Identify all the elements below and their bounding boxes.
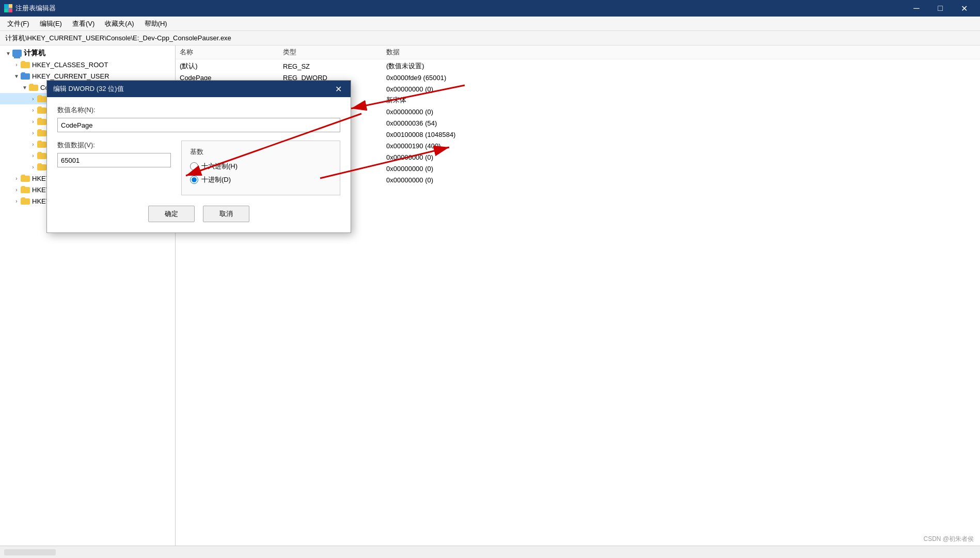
tree-root-label: 计算机 [24, 49, 45, 58]
tree-arrow-network: › [29, 119, 37, 125]
tree-root[interactable]: ▼ 计算机 [0, 48, 175, 59]
data-cell-value: 0x00000000 (0) [386, 176, 976, 184]
svg-rect-0 [4, 4, 8, 8]
address-path: 计算机\HKEY_CURRENT_USER\Console\E:_Dev-Cpp… [5, 34, 231, 43]
data-cell-value: 0x00000190 (400) [386, 142, 976, 150]
tree-arrow-keyboard: › [29, 107, 37, 113]
menu-favorites[interactable]: 收藏夹(A) [100, 17, 139, 30]
radio-hex-row: 十六进制(H) [190, 162, 331, 171]
folder-icon-devcpp [37, 95, 46, 102]
dialog-data-label: 数值数据(V): [57, 141, 171, 150]
radio-hex-label[interactable]: 十六进制(H) [201, 162, 238, 171]
folder-icon-hkcu [21, 72, 30, 80]
dialog-ok-button[interactable]: 确定 [148, 206, 195, 222]
tree-arrow-hkcu: ▼ [12, 73, 21, 79]
tree-arrow-volatile: › [29, 164, 37, 170]
tree-item-hkcr[interactable]: › HKEY_CLASSES_ROOT [0, 59, 175, 70]
tree-arrow-system: › [29, 153, 37, 159]
col-header-data: 数据 [386, 48, 976, 57]
right-panel-header: 名称 类型 数据 [176, 45, 980, 59]
data-cell-name: (默认) [180, 61, 283, 71]
status-bar: CSDN @初朱者侯 [0, 546, 980, 558]
folder-icon-hkcr [21, 61, 30, 68]
tree-arrow-printers: › [29, 130, 37, 136]
dialog-buttons: 确定 取消 [57, 206, 340, 224]
tree-arrow-hku: › [12, 187, 21, 193]
svg-rect-1 [9, 4, 12, 8]
dialog-base-label: 基数 [190, 147, 331, 157]
computer-icon [12, 50, 22, 57]
dialog-body: 数值名称(N): 数值数据(V): 基数 十六进制(H) 十进制(D) [47, 97, 351, 233]
folder-icon-printers [37, 129, 46, 136]
title-bar-left: 注册表编辑器 [4, 4, 56, 13]
menu-help[interactable]: 帮助(H) [139, 17, 172, 30]
data-cell-value: 0x00000000 (0) [386, 165, 976, 173]
table-row[interactable]: (默认) REG_SZ (数值未设置) [176, 60, 980, 72]
dialog-name-label: 数值名称(N): [57, 105, 340, 115]
menu-edit[interactable]: 编辑(E) [35, 17, 67, 30]
radio-dec-label[interactable]: 十进制(D) [201, 175, 231, 184]
data-cell-value: 0x0000fde9 (65001) [386, 74, 976, 82]
menu-bar: 文件(F) 编辑(E) 查看(V) 收藏夹(A) 帮助(H) [0, 17, 980, 31]
data-cell-value: (数值未设置) [386, 61, 976, 71]
tree-arrow-hkcc: › [12, 198, 21, 204]
minimize-button[interactable]: ─ [905, 0, 928, 17]
data-cell-value: 0x00000000 (0) [386, 153, 976, 161]
status-scrollbar[interactable] [4, 549, 56, 555]
folder-icon-network [37, 118, 46, 125]
menu-file[interactable]: 文件(F) [2, 17, 35, 30]
tree-arrow-console: ▼ [21, 85, 29, 90]
title-text: 注册表编辑器 [15, 4, 56, 13]
folder-icon-console [29, 84, 38, 91]
app-icon [4, 4, 12, 12]
folder-icon-keyboard [37, 106, 46, 114]
tree-root-arrow: ▼ [4, 51, 12, 56]
svg-rect-3 [9, 9, 12, 12]
title-bar: 注册表编辑器 ─ □ ✕ [0, 0, 980, 17]
dialog-row: 数值数据(V): 基数 十六进制(H) 十进制(D) [57, 141, 340, 195]
dialog: 编辑 DWORD (32 位)值 ✕ 数值名称(N): 数值数据(V): 基数 … [46, 80, 351, 233]
dialog-close-button[interactable]: ✕ [332, 83, 344, 95]
folder-icon-hklm [21, 175, 30, 182]
folder-icon-hkcc [21, 197, 30, 205]
tree-arrow-hklm: › [12, 176, 21, 181]
watermark: CSDN @初朱者侯 [923, 535, 974, 544]
title-bar-controls: ─ □ ✕ [905, 0, 976, 17]
col-header-name: 名称 [180, 48, 283, 57]
dialog-name-input[interactable] [57, 118, 340, 132]
data-cell-value: 0x00000000 (0) [386, 108, 976, 116]
radio-hex[interactable] [190, 162, 198, 171]
menu-view[interactable]: 查看(V) [67, 17, 100, 30]
tree-label-hkcr: HKEY_CLASSES_ROOT [32, 61, 108, 69]
data-cell-value: 0x00100008 (1048584) [386, 131, 976, 138]
data-cell-value: 新宋体 [386, 96, 976, 105]
folder-icon-volatile [37, 163, 46, 171]
window-close-button[interactable]: ✕ [952, 0, 976, 17]
radio-dec-row: 十进制(D) [190, 175, 331, 184]
address-bar: 计算机\HKEY_CURRENT_USER\Console\E:_Dev-Cpp… [0, 31, 980, 45]
dialog-left: 数值数据(V): [57, 141, 171, 167]
tree-label-hkcu: HKEY_CURRENT_USER [32, 72, 109, 80]
svg-rect-2 [4, 9, 8, 12]
col-header-type: 类型 [283, 48, 386, 57]
tree-arrow-hkcr: › [12, 62, 21, 68]
folder-icon-system [37, 152, 46, 159]
folder-icon-software [37, 141, 46, 148]
dialog-base-section: 基数 十六进制(H) 十进制(D) [181, 141, 340, 195]
tree-arrow-devcpp: › [29, 96, 37, 102]
dialog-value-input[interactable] [57, 153, 171, 167]
tree-arrow-software: › [29, 142, 37, 147]
data-cell-type: REG_SZ [283, 63, 386, 70]
dialog-titlebar: 编辑 DWORD (32 位)值 ✕ [47, 81, 351, 97]
data-cell-value: 0x00000000 (0) [386, 85, 976, 93]
radio-dec[interactable] [190, 176, 198, 184]
folder-icon-hku [21, 186, 30, 193]
maximize-button[interactable]: □ [928, 0, 952, 17]
dialog-title: 编辑 DWORD (32 位)值 [53, 84, 124, 94]
data-cell-value: 0x00000036 (54) [386, 119, 976, 127]
dialog-cancel-button[interactable]: 取消 [203, 206, 249, 222]
